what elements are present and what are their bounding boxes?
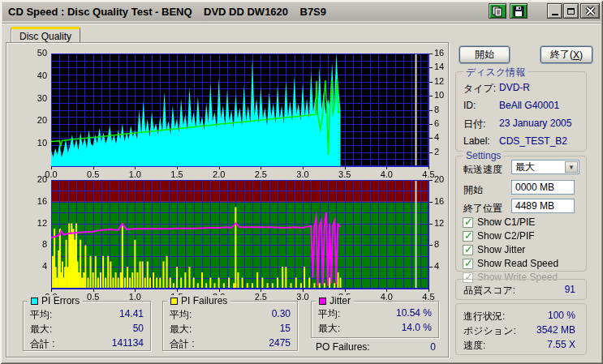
- exit-button[interactable]: 終了(X): [541, 46, 592, 63]
- pi-errors-caption: PI Errors: [41, 295, 80, 306]
- checkbox-icon: [463, 231, 473, 242]
- po-failures-row: PO Failures: 0: [316, 341, 436, 353]
- save-button[interactable]: [510, 3, 528, 19]
- transfer-speed-combobox[interactable]: 最大 ▼: [511, 160, 579, 174]
- progress-label: 進行状況:: [463, 310, 505, 323]
- stat-label: 最大:: [170, 323, 192, 336]
- disc-label-label: Label:: [463, 135, 490, 147]
- pi-failures-swatch-icon: [170, 298, 178, 305]
- checkbox-icon: [463, 217, 473, 228]
- progress-value: 100 %: [548, 310, 575, 323]
- maximize-button[interactable]: [563, 3, 579, 19]
- checkbox-show-jitter[interactable]: Show Jitter: [463, 244, 525, 255]
- floppy-disk-icon: [513, 6, 524, 17]
- stat-label: 平均:: [170, 308, 192, 321]
- disc-id-value: BeAll G40001: [499, 100, 559, 111]
- settings-group: Settings 転送速度 最大 ▼ 開始 0000 MB 終了位置 4489 …: [455, 156, 587, 272]
- quality-score-group: 品質スコア: 91: [455, 279, 587, 300]
- settings-caption: Settings: [463, 150, 503, 161]
- window-title: CD Speed : Disc Quality Test - BENQ DVD …: [2, 6, 326, 18]
- disc-type-label: タイプ:: [463, 82, 496, 96]
- position-value: 3542 MB: [536, 324, 575, 338]
- stat-value: 14.41: [119, 308, 144, 321]
- pi-errors-stats-group: PI Errors 平均:14.41 最大:50 合計 :141134: [23, 301, 151, 351]
- checkbox-show-read-speed[interactable]: Show Read Speed: [463, 258, 558, 269]
- stat-value: 0.30: [272, 308, 291, 321]
- pi-failures-jitter-chart: [6, 175, 449, 302]
- stat-value: 14.0 %: [402, 322, 432, 335]
- transfer-speed-label: 転送速度: [463, 163, 502, 177]
- stat-value: 15: [280, 323, 291, 336]
- title-divider: [2, 23, 601, 24]
- progress-group: 進行状況: 100 % ポジション: 3542 MB 速度: 7.55 X: [455, 303, 587, 355]
- app-window: CD Speed : Disc Quality Test - BENQ DVD …: [0, 0, 603, 364]
- close-button[interactable]: [580, 3, 600, 19]
- chevron-down-icon[interactable]: ▼: [565, 161, 578, 173]
- disc-date-value: 23 January 2005: [499, 118, 571, 129]
- jitter-caption: Jitter: [329, 295, 351, 306]
- disc-type-value: DVD-R: [499, 82, 530, 93]
- tab-disc-quality[interactable]: Disc Quality: [11, 27, 80, 43]
- close-icon: [585, 6, 596, 16]
- checkbox-icon: [463, 245, 473, 255]
- speed-label: 速度:: [463, 339, 485, 353]
- pi-errors-read-speed-chart: [6, 49, 449, 178]
- stat-label: 最大:: [30, 323, 52, 336]
- transfer-speed-value: 最大: [515, 161, 535, 174]
- start-position-label: 開始: [463, 183, 483, 197]
- stat-value: 50: [133, 323, 144, 336]
- disc-info-group: ディスク情報 タイプ: DVD-R ID: BeAll G40001 日付: 2…: [455, 71, 587, 152]
- checkbox-icon: [463, 259, 473, 269]
- stat-value: 141134: [112, 337, 144, 350]
- stat-label: 最大:: [318, 322, 340, 335]
- end-position-field[interactable]: 4489 MB: [511, 199, 575, 213]
- quality-score-value: 91: [565, 284, 575, 298]
- pi-failures-caption: PI Failures: [181, 295, 227, 306]
- minimize-button[interactable]: [547, 3, 562, 19]
- po-failures-value: 0: [430, 341, 436, 353]
- stat-label: 平均:: [318, 307, 340, 320]
- copy-to-clipboard-button[interactable]: [489, 3, 506, 19]
- start-button[interactable]: 開始: [459, 46, 510, 63]
- stat-label: 平均:: [30, 308, 52, 321]
- copy-document-icon: [492, 6, 503, 17]
- stat-value: 10.54 %: [396, 307, 432, 320]
- position-label: ポジション:: [463, 324, 516, 338]
- tab-label: Disc Quality: [19, 31, 71, 42]
- disc-label-value: CDS_TEST_B2: [499, 135, 567, 147]
- checkbox-show-c1-pie[interactable]: Show C1/PIE: [463, 216, 535, 228]
- quality-score-label: 品質スコア:: [463, 284, 515, 298]
- maximize-icon: [567, 8, 575, 15]
- jitter-swatch-icon: [319, 298, 326, 305]
- pi-errors-swatch-icon: [31, 298, 38, 305]
- stat-label: 合計 :: [170, 337, 195, 350]
- stat-label: 合計 :: [30, 337, 55, 350]
- stat-value: 2475: [269, 337, 291, 350]
- jitter-stats-group: Jitter 平均:10.54 % 最大:14.0 %: [311, 301, 439, 338]
- checkbox-show-c2-pif[interactable]: Show C2/PIF: [463, 230, 535, 242]
- end-position-label: 終了位置: [463, 202, 502, 216]
- speed-value: 7.55 X: [547, 339, 575, 353]
- start-position-field[interactable]: 0000 MB: [511, 180, 575, 195]
- po-failures-label: PO Failures:: [316, 341, 370, 353]
- pi-failures-stats-group: PI Failures 平均:0.30 最大:15 合計 :2475: [162, 301, 298, 351]
- disc-id-label: ID:: [463, 100, 476, 111]
- start-button-label: 開始: [475, 48, 494, 62]
- minimize-icon: [552, 14, 558, 15]
- disc-date-label: 日付:: [463, 118, 485, 131]
- disc-info-caption: ディスク情報: [463, 66, 528, 79]
